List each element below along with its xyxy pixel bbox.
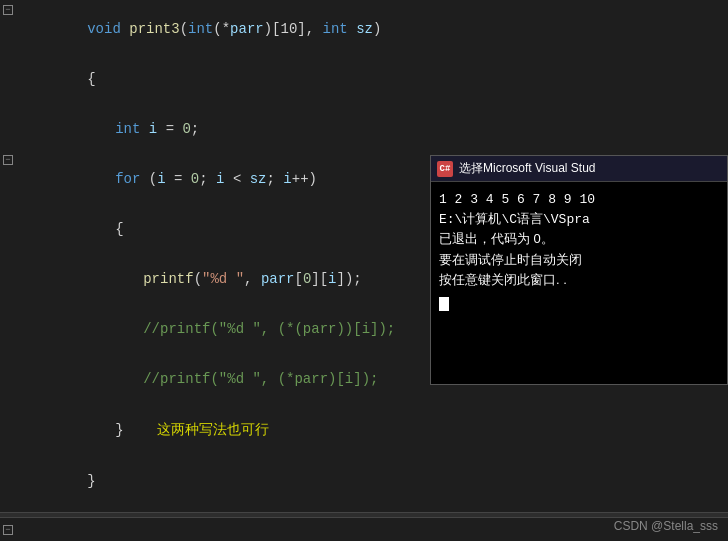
line-content-2: { xyxy=(16,55,728,103)
fold-gutter-1[interactable]: − xyxy=(0,5,16,15)
terminal-cursor xyxy=(439,297,449,311)
chinese-comment: 这两种写法也可行 xyxy=(157,422,269,438)
line-content-9: } 这两种写法也可行 xyxy=(16,405,728,455)
terminal-output-5: 按任意键关闭此窗口. . xyxy=(439,270,719,291)
fold-gutter-4[interactable]: − xyxy=(0,155,16,165)
terminal-title: 选择Microsoft Visual Stud xyxy=(459,160,596,177)
terminal-output-1: 1 2 3 4 5 6 7 8 9 10 xyxy=(439,190,719,210)
code-line-2: { xyxy=(0,54,728,104)
line-content-10: } xyxy=(16,457,728,505)
terminal-window[interactable]: C# 选择Microsoft Visual Stud 1 2 3 4 5 6 7… xyxy=(430,155,728,385)
terminal-body: 1 2 3 4 5 6 7 8 9 10 E:\计算机\C语言\VSpra 已退… xyxy=(431,182,727,322)
terminal-output-4: 要在调试停止时自动关闭 xyxy=(439,250,719,271)
watermark: CSDN @Stella_sss xyxy=(614,519,718,533)
fold-gutter-11[interactable]: − xyxy=(0,525,16,535)
section-divider xyxy=(0,512,728,518)
code-line-1: − void print3(int(*parr)[10], int sz) xyxy=(0,4,728,54)
fold-icon-1[interactable]: − xyxy=(3,5,13,15)
token-void: void xyxy=(87,21,129,37)
terminal-output-3: 已退出，代码为 0。 xyxy=(439,229,719,250)
token-print3: print3 xyxy=(129,21,179,37)
code-editor: − void print3(int(*parr)[10], int sz) { … xyxy=(0,0,728,541)
terminal-app-icon: C# xyxy=(437,161,453,177)
fold-icon-4[interactable]: − xyxy=(3,155,13,165)
fold-icon-11[interactable]: − xyxy=(3,525,13,535)
terminal-output-2: E:\计算机\C语言\VSpra xyxy=(439,210,719,230)
terminal-titlebar: C# 选择Microsoft Visual Stud xyxy=(431,156,727,182)
terminal-cursor-line xyxy=(439,295,719,315)
code-line-3: int i = 0; xyxy=(0,104,728,154)
line-content-3: int i = 0; xyxy=(16,105,728,153)
code-line-9: } 这两种写法也可行 xyxy=(0,404,728,456)
code-line-10: } xyxy=(0,456,728,506)
line-content-1: void print3(int(*parr)[10], int sz) xyxy=(16,5,728,53)
